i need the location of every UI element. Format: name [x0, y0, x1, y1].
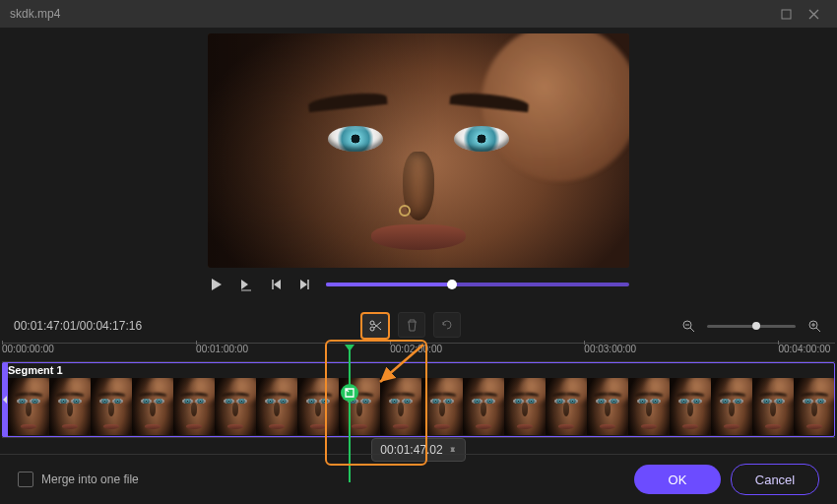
cancel-button[interactable]: Cancel — [731, 464, 819, 495]
timeline-thumbnail[interactable] — [297, 378, 339, 435]
segment-label: Segment 1 — [8, 364, 63, 376]
timecode-display: 00:01:47:01/00:04:17:16 — [14, 319, 142, 333]
window-title: skdk.mp4 — [10, 7, 60, 21]
merge-label: Merge into one file — [41, 472, 139, 486]
playback-slider[interactable] — [326, 283, 629, 286]
window-close-button[interactable] — [800, 4, 827, 24]
timeline-thumbnail[interactable] — [256, 378, 297, 435]
undo-button[interactable] — [433, 312, 461, 338]
ruler-tick: 00:00:00:00 — [2, 344, 54, 354]
svg-rect-0 — [782, 10, 791, 19]
timeline-thumbnail[interactable] — [463, 378, 504, 435]
zoom-in-button[interactable] — [805, 317, 823, 335]
toolbar-row: 00:01:47:01/00:04:17:16 — [0, 309, 837, 343]
timeline-thumbnail[interactable] — [132, 378, 173, 435]
timeline-thumbnail[interactable] — [752, 378, 794, 435]
cut-button[interactable] — [360, 312, 390, 340]
delete-button[interactable] — [398, 312, 425, 338]
footer: Merge into one file OK Cancel — [0, 454, 837, 504]
timeline-thumbnail[interactable] — [8, 378, 49, 435]
timeline-thumbnail[interactable] — [215, 378, 256, 435]
merge-checkbox[interactable] — [18, 472, 33, 487]
play-segment-button[interactable] — [237, 276, 255, 293]
timeline-thumbnail[interactable] — [173, 378, 215, 435]
playhead-marker-icon[interactable] — [341, 384, 358, 402]
ruler-tick: 00:03:00:00 — [584, 344, 636, 354]
ruler-tick: 00:04:00:00 — [778, 344, 830, 354]
timeline-thumbnail[interactable] — [587, 378, 628, 435]
video-preview[interactable] — [208, 33, 629, 268]
playhead-head-icon — [345, 345, 354, 351]
next-frame-button[interactable] — [296, 276, 314, 293]
ruler-tick: 00:01:00:00 — [196, 344, 248, 354]
zoom-out-button[interactable] — [679, 317, 697, 335]
undo-icon — [440, 318, 454, 332]
window-maximize-button[interactable] — [772, 4, 800, 24]
timeline-thumbnail[interactable] — [628, 378, 670, 435]
playhead[interactable] — [349, 345, 351, 482]
zoom-slider[interactable] — [707, 325, 796, 328]
preview-area — [0, 28, 837, 309]
timeline-thumbnail[interactable] — [504, 378, 546, 435]
timeline-thumbnail[interactable] — [670, 378, 711, 435]
timeline-thumbnail[interactable] — [49, 378, 91, 435]
timeline-thumbnail[interactable] — [794, 378, 835, 435]
zoom-in-icon — [807, 319, 821, 333]
titlebar: skdk.mp4 — [0, 0, 837, 28]
scissors-icon — [368, 319, 382, 333]
zoom-out-icon — [681, 319, 695, 333]
play-button[interactable] — [208, 276, 225, 293]
trash-icon — [406, 319, 418, 332]
playback-controls — [208, 270, 629, 299]
timeline-thumbnail[interactable] — [546, 378, 587, 435]
svg-point-2 — [370, 327, 374, 331]
timeline-thumbnail[interactable] — [91, 378, 132, 435]
timeline-thumbnail[interactable] — [711, 378, 752, 435]
ok-button[interactable]: OK — [634, 465, 721, 494]
prev-frame-button[interactable] — [267, 276, 285, 293]
svg-point-1 — [370, 321, 374, 325]
arrow-annotation-icon — [372, 341, 431, 390]
